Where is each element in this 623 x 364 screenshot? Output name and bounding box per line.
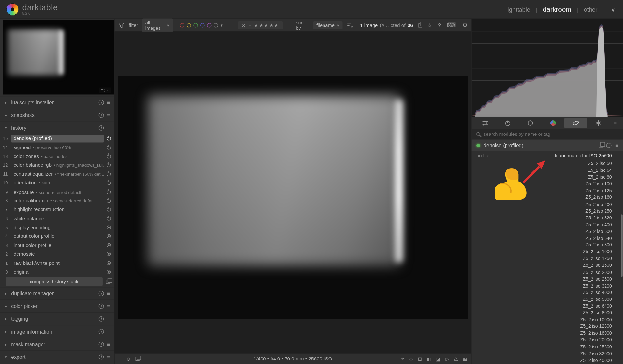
module-enable-icon[interactable] (107, 226, 111, 229)
focus-peaking-icon[interactable]: ⌖ (401, 356, 404, 362)
gamut-check-icon[interactable]: ◪ (436, 356, 441, 362)
color-group-tab-colorwheel-icon[interactable] (542, 118, 565, 128)
base-group-tab-circle-icon[interactable] (519, 118, 542, 128)
info-icon[interactable]: i (99, 291, 104, 296)
profile-option[interactable]: Z5_2 iso 64 (471, 167, 623, 174)
quick-access-panel-icon[interactable] (474, 118, 497, 128)
navigation-preview[interactable]: fit ∨ (3, 20, 114, 94)
module-enable-icon[interactable] (107, 217, 111, 220)
sort-direction-icon[interactable] (347, 22, 354, 29)
profile-option[interactable]: Z5_2 iso 20000 (471, 337, 623, 344)
profile-option[interactable]: Z5_2 iso 10000 (471, 316, 623, 323)
multi-instance-icon[interactable] (599, 144, 603, 147)
profile-option[interactable]: Z5_2 iso 400 (471, 221, 623, 228)
profile-option[interactable]: Z5_2 iso 16000 (471, 330, 623, 337)
module-enable-icon[interactable] (107, 234, 111, 238)
color-label-half-icon[interactable]: ◐ (220, 22, 224, 28)
profile-option[interactable]: Z5_2 iso 4000 (471, 289, 623, 296)
correct-group-tab-loop-icon[interactable] (564, 118, 587, 128)
history-item[interactable]: 11 contrast equalizer • fine-sharpen (60… (0, 170, 114, 179)
module-enable-icon[interactable] (107, 199, 111, 203)
color-label-blue[interactable] (200, 23, 204, 27)
module-power-on-icon[interactable] (476, 144, 480, 147)
effect-group-tab-asterisk-icon[interactable] (587, 118, 610, 128)
filter-funnel-icon[interactable] (118, 22, 125, 29)
history-item[interactable]: 3 input color profile (0, 241, 114, 250)
module-enable-icon[interactable] (107, 270, 111, 274)
view-lighttable[interactable]: lighttable (506, 6, 530, 13)
module-enable-icon[interactable] (107, 181, 111, 185)
crop-guides-icon[interactable]: ⊡ (418, 356, 422, 362)
module-enable-icon[interactable] (107, 261, 111, 265)
history-item[interactable]: 13 color zones • base_nodes (0, 152, 114, 161)
left-module-header[interactable]: ▸ image information i ≡ (0, 325, 114, 338)
history-item[interactable]: 5 display encoding (0, 223, 114, 232)
module-enable-icon[interactable] (107, 172, 111, 176)
views-chevron-down-icon[interactable]: ∨ (611, 6, 615, 13)
left-module-header[interactable]: ▸ color picker i ≡ (0, 300, 114, 312)
left-module-header[interactable]: ▸ mask manager i ≡ (0, 338, 114, 350)
profile-option[interactable]: Z5_2 iso 2000 (471, 269, 623, 276)
presets-menu-icon[interactable]: ≡ (107, 354, 110, 360)
profile-option[interactable]: Z5_2 iso 160 (471, 194, 623, 201)
profile-option[interactable]: Z5_2 iso 12800 (471, 323, 623, 330)
presets-menu-icon[interactable]: ≡ (118, 356, 121, 362)
presets-menu-icon[interactable]: ≡ (107, 303, 110, 309)
create-style-icon[interactable] (106, 280, 110, 284)
module-enable-icon[interactable] (107, 243, 111, 247)
help-icon[interactable]: ? (438, 22, 441, 29)
history-item[interactable]: 14 sigmoid • preserve hue 60% (0, 143, 114, 152)
softproof-icon[interactable]: ▷ (445, 356, 449, 362)
color-label-green[interactable] (193, 23, 198, 27)
compress-history-stack-button[interactable]: compress history stack (6, 277, 103, 286)
info-icon[interactable]: i (99, 113, 104, 118)
color-label-gray[interactable] (214, 23, 218, 27)
color-label-purple[interactable] (207, 23, 211, 27)
presets-menu-icon[interactable]: ≡ (107, 341, 110, 347)
preferences-gear-icon[interactable]: ⚙ (462, 22, 468, 29)
left-module-header[interactable]: ▸ lua scripts installer i ≡ (0, 96, 114, 109)
module-enable-icon[interactable] (107, 136, 111, 140)
overlays-icon[interactable]: ⊛ (126, 356, 130, 362)
duplicates-icon[interactable] (135, 357, 139, 361)
history-item[interactable]: 8 color calibration • scene-referred def… (0, 196, 114, 205)
presets-menu-icon[interactable]: ≡ (615, 143, 618, 148)
presets-menu-icon[interactable]: ≡ (107, 316, 110, 322)
info-icon[interactable]: i (99, 355, 104, 360)
history-item[interactable]: 2 demosaic (0, 250, 114, 258)
profile-option[interactable]: Z5_2 iso 40000 (471, 357, 623, 364)
module-enable-icon[interactable] (107, 208, 111, 212)
profile-option[interactable]: Z5_2 iso 6400 (471, 303, 623, 310)
collection-copies-icon[interactable] (419, 23, 422, 27)
active-modules-tab-power-icon[interactable] (496, 118, 519, 128)
info-icon[interactable]: i (99, 125, 104, 131)
history-item[interactable]: 15 denoise (profiled) (0, 134, 114, 143)
second-window-icon[interactable]: ◧ (426, 356, 431, 362)
filter-scope-dropdown[interactable]: all images ∨ (142, 18, 173, 32)
rating-dash-icon[interactable]: − (248, 22, 251, 28)
history-item[interactable]: 0 original (0, 267, 114, 276)
groups-presets-menu-icon[interactable]: ≡ (609, 120, 620, 126)
keyboard-shortcuts-icon[interactable]: ⌨ (447, 21, 456, 29)
profile-option[interactable]: Z5_2 iso 2500 (471, 276, 623, 283)
color-label-red[interactable] (180, 23, 184, 27)
module-search-input[interactable] (483, 131, 618, 137)
presets-menu-icon[interactable]: ≡ (107, 100, 110, 105)
history-module-header[interactable]: ▾ history i ≡ (0, 122, 114, 134)
info-icon[interactable]: i (99, 316, 104, 322)
profile-option[interactable]: Z5_2 iso 25600 (471, 344, 623, 350)
profile-option[interactable]: Z5_2 iso 32000 (471, 350, 623, 357)
info-icon[interactable]: i (99, 329, 104, 334)
presets-menu-icon[interactable]: ≡ (107, 125, 110, 131)
profile-option[interactable]: Z5_2 iso 250 (471, 208, 623, 215)
guides-grid-icon[interactable]: ▦ (462, 356, 467, 362)
sort-field-dropdown[interactable]: filename ∨ (313, 21, 343, 29)
denoise-module-header[interactable]: denoise (profiled) i ≡ (471, 140, 623, 151)
star-outline-icon[interactable]: ☆ (426, 22, 432, 29)
info-icon[interactable]: i (99, 304, 104, 309)
presets-menu-icon[interactable]: ≡ (107, 291, 110, 297)
left-module-header[interactable]: ▸ snapshots i ≡ (0, 109, 114, 122)
view-other[interactable]: other (584, 6, 597, 13)
profile-option[interactable]: Z5_2 iso 125 (471, 187, 623, 194)
histogram[interactable] (471, 19, 623, 117)
